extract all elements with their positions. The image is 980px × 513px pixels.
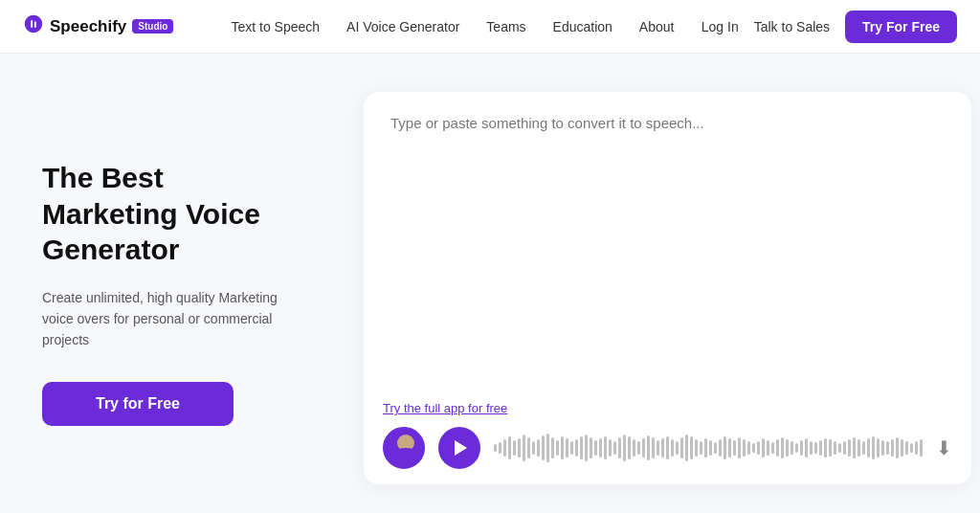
wave-bar	[901, 439, 903, 457]
nav-about[interactable]: About	[639, 19, 675, 34]
wave-bar	[776, 439, 779, 457]
wave-bar	[848, 439, 851, 457]
wave-bar	[609, 439, 612, 457]
wave-bar	[695, 439, 698, 457]
wave-bar	[819, 440, 822, 456]
wave-bar	[551, 437, 554, 458]
left-panel: The Best Marketing Voice Generator Creat…	[0, 54, 345, 513]
wave-bar	[566, 438, 568, 457]
wave-bar	[642, 438, 645, 457]
wave-bar	[499, 442, 501, 454]
wave-bar	[532, 441, 535, 455]
wave-bar	[575, 439, 578, 457]
wave-bar	[853, 437, 856, 458]
wave-bar	[862, 441, 865, 455]
wave-bar	[618, 437, 621, 458]
nav-actions: Log In Talk to Sales Try For Free	[702, 11, 957, 43]
wave-bar	[542, 435, 545, 460]
wave-bar	[561, 436, 564, 459]
wave-bar	[556, 440, 559, 456]
wave-bar	[518, 438, 521, 457]
tts-bottom-section: Try the full app for free	[364, 388, 971, 484]
wave-bar	[905, 441, 908, 455]
brand-logo[interactable]: Speechify Studio	[23, 13, 173, 40]
wave-bar	[503, 439, 506, 457]
avatar	[383, 427, 425, 469]
wave-bar	[704, 438, 707, 457]
audio-player: ⬇	[383, 427, 952, 469]
hero-subtitle: Create unlimited, high quality Marketing…	[42, 287, 302, 351]
wave-bar	[800, 440, 803, 456]
wave-bar	[920, 439, 923, 457]
wave-bar	[771, 442, 774, 454]
wave-bar	[814, 442, 817, 454]
wave-bar	[628, 436, 631, 459]
wave-bar	[714, 442, 717, 454]
wave-bar	[676, 441, 679, 455]
wave-bar	[523, 435, 525, 461]
speechify-logo-icon	[23, 13, 44, 40]
nav-try-free-button[interactable]: Try For Free	[845, 11, 957, 43]
wave-bar	[680, 437, 683, 458]
wave-bar	[881, 440, 884, 456]
wave-bar	[858, 439, 860, 457]
wave-bar	[647, 435, 650, 460]
download-button[interactable]: ⬇	[936, 436, 952, 459]
nav-education[interactable]: Education	[553, 19, 612, 34]
wave-bar	[637, 441, 640, 455]
nav-teams[interactable]: Teams	[486, 19, 525, 34]
wave-bar	[733, 440, 736, 456]
wave-bar	[613, 441, 616, 455]
wave-bar	[570, 441, 573, 455]
wave-bar	[623, 435, 626, 461]
wave-bar	[891, 439, 894, 457]
play-button[interactable]	[438, 427, 480, 469]
wave-bar	[719, 439, 722, 457]
wave-bar	[867, 438, 870, 457]
wave-bar	[709, 440, 712, 456]
wave-bar	[795, 443, 798, 453]
wave-bar	[743, 439, 746, 457]
wave-bar	[585, 435, 588, 461]
wave-bar	[494, 444, 497, 452]
wave-bar	[767, 440, 769, 456]
wave-bar	[838, 443, 841, 453]
wave-bar	[877, 438, 880, 457]
wave-bar	[724, 436, 726, 459]
wave-bar	[666, 436, 669, 459]
wave-bar	[786, 439, 789, 457]
wave-bar	[747, 441, 750, 455]
tts-box: Try the full app for free	[364, 92, 971, 484]
wave-bar	[537, 439, 540, 457]
right-panel: Try the full app for free	[345, 54, 980, 513]
wave-bar	[671, 439, 674, 457]
wave-bar	[843, 441, 846, 455]
wave-bar	[762, 438, 765, 457]
talk-to-sales-link[interactable]: Talk to Sales	[754, 19, 830, 34]
nav-links: Text to Speech AI Voice Generator Teams …	[231, 18, 701, 35]
hero-try-free-button[interactable]: Try for Free	[42, 382, 234, 426]
try-full-app-link[interactable]: Try the full app for free	[383, 401, 952, 415]
wave-bar	[810, 441, 813, 455]
nav-text-to-speech[interactable]: Text to Speech	[231, 19, 320, 34]
wave-bar	[590, 437, 592, 458]
play-icon	[455, 440, 467, 456]
wave-bar	[580, 436, 583, 459]
wave-bar	[781, 437, 784, 458]
wave-bar	[910, 443, 913, 453]
nav-ai-voice-generator[interactable]: AI Voice Generator	[346, 19, 459, 34]
wave-bar	[829, 439, 832, 457]
waveform	[494, 433, 923, 463]
login-link[interactable]: Log In	[702, 19, 739, 34]
main-content: The Best Marketing Voice Generator Creat…	[0, 54, 980, 513]
tts-textarea[interactable]	[364, 92, 971, 388]
wave-bar	[690, 436, 693, 459]
wave-bar	[661, 438, 664, 457]
wave-bar	[896, 437, 899, 458]
wave-bar	[886, 441, 889, 455]
wave-bar	[738, 437, 741, 458]
wave-bar	[513, 440, 516, 456]
wave-bar	[685, 435, 688, 461]
wave-bar	[757, 441, 760, 455]
wave-bar	[915, 441, 918, 455]
